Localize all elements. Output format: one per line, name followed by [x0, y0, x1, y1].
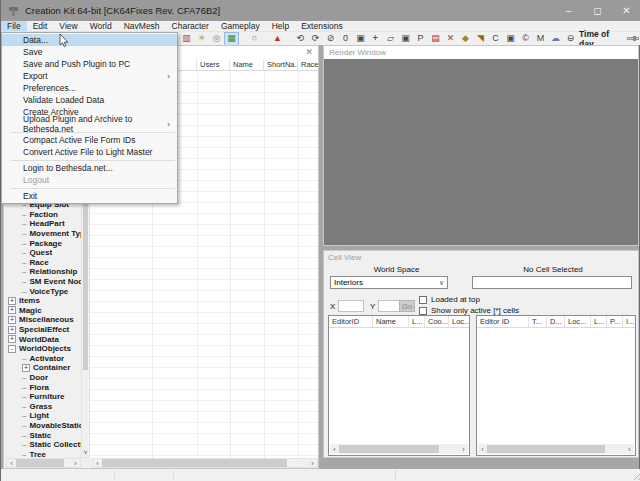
tree-item-movablestatic[interactable]: – MovableStatic [6, 421, 81, 431]
tree-item-light[interactable]: – Light [6, 411, 81, 421]
tree-expander-icon[interactable]: – [22, 277, 26, 286]
render-window-titlebar[interactable]: Render Window [324, 46, 638, 59]
scroll-left-icon[interactable]: ‹ [330, 445, 339, 454]
navmesh-icon[interactable]: ▲ [271, 33, 284, 45]
tree-item-magic[interactable]: + Magic [6, 306, 81, 316]
time-of-day-slider[interactable] [627, 37, 639, 40]
cell-filter-field[interactable] [472, 276, 632, 289]
tree-item-static[interactable]: – Static [6, 430, 81, 440]
column-header[interactable]: Coo... [425, 316, 449, 327]
tree-item-race[interactable]: – Race [6, 258, 81, 268]
menu-item-preferences[interactable]: Preferences... [2, 82, 177, 94]
tree-expander-icon[interactable]: - [8, 345, 16, 353]
column-header[interactable]: Loc... [449, 316, 469, 327]
tree-item-static-collection[interactable]: – Static Collection [6, 440, 81, 450]
column-header[interactable]: L... [591, 316, 607, 327]
copyright-icon[interactable]: © [519, 33, 532, 45]
portal-marker-icon[interactable]: P [414, 33, 427, 45]
menubar-gameplay[interactable]: Gameplay [215, 21, 266, 31]
scroll-right-icon[interactable]: › [625, 445, 634, 454]
cascade-icon[interactable]: ▣ [504, 33, 517, 45]
scrollbar-thumb[interactable] [487, 445, 605, 453]
loaded-at-top-checkbox[interactable] [419, 296, 427, 304]
scrollbar-thumb[interactable] [16, 459, 64, 467]
close-box-icon[interactable]: ✕ [444, 33, 457, 45]
landscape-edit-icon[interactable]: ▦ [225, 33, 238, 45]
go-button[interactable]: Go [399, 300, 415, 312]
menubar-character[interactable]: Character [166, 21, 215, 31]
tree-item-worlddata[interactable]: + WorldData [6, 334, 81, 344]
undo-icon[interactable]: ⟲ [294, 33, 307, 45]
collision-icon[interactable]: C [489, 33, 502, 45]
tree-item-faction[interactable]: – Faction [6, 210, 81, 220]
wand-icon[interactable]: ◆ [459, 33, 472, 45]
menu-item-compact-form-ids[interactable]: Compact Active File Form IDs [2, 134, 177, 146]
tree-item-miscellaneous[interactable]: + Miscellaneous [6, 315, 81, 325]
tree-expander-icon[interactable]: – [22, 431, 26, 440]
tree-item-quest[interactable]: – Quest [6, 248, 81, 258]
title-bar[interactable]: Creation Kit 64-bit [CK64Fixes Rev. CFA7… [1, 0, 640, 21]
column-header[interactable]: Name [230, 59, 264, 70]
column-header[interactable]: P... [607, 316, 623, 327]
cloud-icon[interactable]: ☁ [549, 33, 562, 45]
no-entry-icon[interactable]: ⊘ [324, 33, 337, 45]
tree-item-relationship[interactable]: – Relationship [6, 267, 81, 277]
tree-expander-icon[interactable]: – [22, 258, 26, 267]
material-icon[interactable]: M [534, 33, 547, 45]
tree-expander-icon[interactable]: – [22, 392, 26, 401]
menu-item-logout[interactable]: Logout [2, 174, 177, 186]
tree-item-specialeffect[interactable]: + SpecialEffect [6, 325, 81, 335]
scroll-right-icon[interactable]: › [459, 445, 468, 454]
menu-item-login[interactable]: Login to Bethesda.net... [2, 162, 177, 174]
frame-icon[interactable]: ▣ [399, 33, 412, 45]
cube-icon[interactable]: ▱ [384, 33, 397, 45]
tree-item-items[interactable]: + Items [6, 296, 81, 306]
tree-expander-icon[interactable]: – [22, 402, 26, 411]
add-marker-icon[interactable]: + [369, 33, 382, 45]
tree-item-flora[interactable]: – Flora [6, 382, 81, 392]
tree-expander-icon[interactable]: – [22, 219, 26, 228]
column-header[interactable]: L... [409, 316, 425, 327]
column-header[interactable]: Editor ID [477, 316, 529, 327]
column-header[interactable]: ShortNa... [264, 59, 298, 70]
tree-item-door[interactable]: – Door [6, 373, 81, 383]
tree-expander-icon[interactable]: + [8, 316, 16, 324]
column-header[interactable]: Race [298, 59, 318, 70]
redo-icon[interactable]: ⟳ [309, 33, 322, 45]
list-horizontal-scrollbar[interactable]: ‹ › [92, 458, 318, 468]
menu-item-upload-plugin[interactable]: Upload Plugin and Archive to Bethesda.ne… [2, 118, 177, 130]
column-header[interactable]: I... [623, 316, 635, 327]
tree-expander-icon[interactable]: – [22, 440, 26, 449]
scroll-left-icon[interactable]: ‹ [93, 459, 102, 468]
menu-item-save-and-push[interactable]: Save and Push Plugin to PC [2, 58, 177, 70]
tree-item-furniture[interactable]: – Furniture [6, 392, 81, 402]
column-header[interactable]: Name [373, 316, 409, 327]
table-horizontal-scrollbar[interactable]: ‹ › [330, 444, 468, 454]
minimize-button[interactable]: – [554, 0, 583, 21]
tree-expander-icon[interactable]: – [22, 354, 26, 363]
cell-objects-table[interactable]: Editor IDT...D...Loc...L...P...I... ‹ › [476, 315, 636, 456]
column-header[interactable]: EditorID [329, 316, 373, 327]
tree-item-sm-event-node[interactable]: – SM Event Node [6, 277, 81, 287]
column-header[interactable]: Users [197, 59, 230, 70]
tree-expander-icon[interactable]: – [22, 248, 26, 257]
menubar-extensions[interactable]: Extensions [295, 21, 349, 31]
tree-expander-icon[interactable]: – [22, 411, 26, 420]
menubar-edit[interactable]: Edit [27, 21, 54, 31]
menubar-help[interactable]: Help [266, 21, 295, 31]
menu-item-convert-light-master[interactable]: Convert Active File to Light Master [2, 146, 177, 158]
tree-expander-icon[interactable]: – [22, 267, 26, 276]
tree-expander-icon[interactable]: – [22, 373, 26, 382]
tree-item-headpart[interactable]: – HeadPart [6, 219, 81, 229]
scroll-right-icon[interactable]: › [308, 459, 317, 468]
scroll-left-icon[interactable]: ‹ [7, 459, 16, 468]
menubar-world[interactable]: World [84, 21, 118, 31]
tree-expander-icon[interactable]: – [22, 229, 26, 238]
menu-item-validate-loaded-data[interactable]: Validate Loaded Data [2, 94, 177, 106]
scroll-right-icon[interactable]: › [71, 459, 80, 468]
tree-item-voicetype[interactable]: – VoiceType [6, 286, 81, 296]
resize-grip[interactable] [631, 471, 640, 480]
scrollbar-thumb[interactable] [339, 445, 439, 453]
zero-marker-icon[interactable]: 0 [339, 33, 352, 45]
menu-item-save[interactable]: Save [2, 46, 177, 58]
